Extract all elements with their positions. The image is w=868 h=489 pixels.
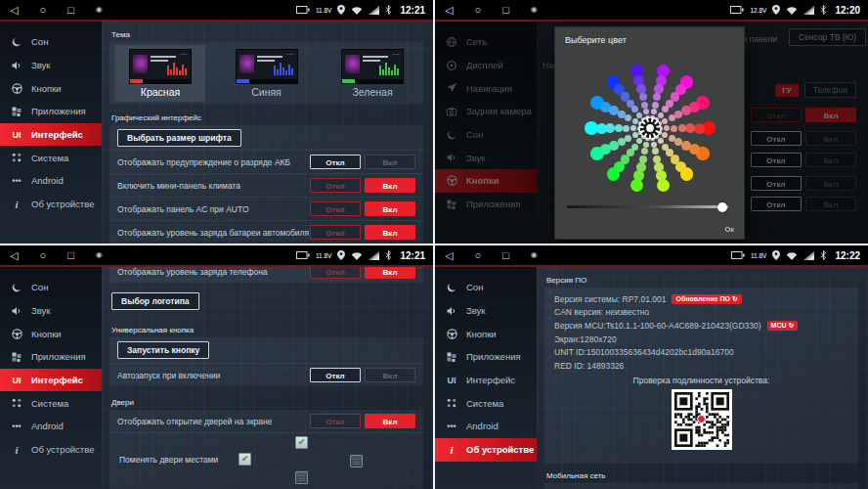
back-icon[interactable]: ◁	[445, 0, 453, 20]
sidebar-item-speaker[interactable]: Звук	[435, 146, 537, 169]
color-swatch-dot[interactable]	[653, 93, 661, 101]
door-checkbox-top[interactable]	[295, 436, 308, 449]
home-icon[interactable]: ○	[39, 245, 46, 265]
color-swatch-dot[interactable]	[657, 179, 671, 193]
theme-tile[interactable]: •••Красная	[115, 45, 205, 102]
sidebar-item-camera[interactable]: Задняя камера	[435, 100, 537, 123]
theme-tile[interactable]: •••Зеленая	[327, 45, 417, 102]
color-swatch-dot[interactable]	[605, 123, 615, 133]
theme-tile[interactable]: •••Синяя	[222, 45, 312, 102]
brightness-slider[interactable]	[567, 205, 728, 208]
dialog-ok-button[interactable]: Ок	[724, 225, 734, 234]
toggle-off-button[interactable]: Откл	[751, 153, 802, 167]
color-swatch-dot[interactable]	[662, 132, 668, 138]
recents-icon[interactable]: □	[502, 245, 509, 265]
color-swatch-dot[interactable]	[631, 144, 638, 151]
color-selector-ring[interactable]	[637, 115, 663, 141]
sidebar-item-steering-wheel[interactable]: Кнопки	[0, 76, 102, 100]
home-icon[interactable]: ○	[474, 0, 481, 20]
color-swatch-dot[interactable]	[651, 109, 657, 114]
toggle-on-button[interactable]: Вкл	[805, 153, 856, 167]
color-swatch-dot[interactable]	[681, 141, 691, 151]
sidebar-item-info[interactable]: iОб устройстве	[0, 193, 102, 216]
color-swatch-dot[interactable]	[656, 170, 667, 181]
toggle-on-button[interactable]: Вкл	[805, 176, 856, 191]
sidebar-item-apps[interactable]: Приложения	[0, 100, 102, 123]
color-swatch-dot[interactable]	[641, 102, 648, 109]
update-badge[interactable]: MCU↻	[767, 321, 799, 331]
sidebar-item-speaker[interactable]: Звук	[0, 299, 102, 323]
color-swatch-dot[interactable]	[662, 144, 669, 151]
toggle-on-button[interactable]: Вкл	[365, 267, 415, 279]
toggle-on-button[interactable]: Вкл	[365, 225, 415, 240]
color-swatch-dot[interactable]	[630, 125, 636, 131]
color-swatch-dot[interactable]	[694, 123, 705, 134]
toggle-on-button[interactable]: Вкл	[365, 414, 415, 428]
toggle-off-button[interactable]: Откл	[310, 267, 361, 279]
sidebar-item-android[interactable]: •••Android	[435, 415, 537, 438]
toggle-off-button[interactable]: Откл	[310, 155, 361, 169]
sidebar-item-moon[interactable]: Сон	[435, 276, 537, 299]
toggle-on-button[interactable]: Вкл	[365, 201, 415, 216]
font-size-button[interactable]: Выбрать размер шрифта	[117, 129, 241, 147]
sidebar-item-steering-wheel[interactable]: Кнопки	[0, 322, 102, 345]
color-swatch-dot[interactable]	[615, 124, 623, 132]
home-icon[interactable]: ○	[39, 0, 46, 20]
color-swatch-dot[interactable]	[639, 156, 647, 163]
color-swatch-dot[interactable]	[669, 114, 675, 121]
color-swatch-dot[interactable]	[636, 162, 646, 172]
sidebar-item-ui[interactable]: UIИнтерфейс	[435, 369, 537, 392]
back-icon[interactable]: ◁	[10, 0, 18, 20]
back-icon[interactable]: ◁	[445, 245, 453, 265]
color-swatch-dot[interactable]	[625, 114, 631, 121]
color-swatch-dot[interactable]	[664, 125, 670, 131]
sidebar-item-ui[interactable]: UIИнтерфейс	[0, 123, 102, 147]
sidebar-item-info[interactable]: iОб устройстве	[0, 438, 102, 462]
color-swatch-dot[interactable]	[625, 135, 631, 142]
sidebar-item-system[interactable]: Система	[435, 391, 537, 415]
sidebar-item-apps[interactable]: Приложения	[0, 345, 102, 369]
sidebar-item-android[interactable]: •••Android	[0, 415, 102, 438]
sidebar-item-android[interactable]: •••Android	[0, 169, 102, 193]
back-icon[interactable]: ◁	[10, 245, 18, 265]
color-swatch-dot[interactable]	[641, 148, 648, 155]
sidebar-item-moon[interactable]: Сон	[0, 276, 102, 299]
home-icon[interactable]: ○	[474, 245, 481, 265]
toggle-off-button[interactable]: Откл	[310, 201, 361, 216]
door-checkbox-right[interactable]	[350, 455, 363, 467]
slider-thumb[interactable]	[717, 202, 727, 212]
sidebar-item-system[interactable]: Система	[0, 391, 102, 415]
toggle-off-button[interactable]: Откл	[751, 108, 802, 122]
color-swatch-dot[interactable]	[678, 124, 686, 132]
recents-icon[interactable]: □	[502, 0, 509, 20]
sidebar-item-steering-wheel[interactable]: Кнопки	[435, 322, 537, 345]
color-swatch-dot[interactable]	[639, 93, 647, 101]
color-swatch-dot[interactable]	[651, 142, 657, 148]
toggle-on-button[interactable]: Вкл	[365, 155, 415, 169]
screen-record-icon[interactable]: ◉	[96, 245, 103, 265]
color-swatch-dot[interactable]	[681, 106, 691, 115]
color-swatch-dot[interactable]	[653, 156, 661, 163]
sidebar-item-ui[interactable]: UIИнтерфейс	[0, 369, 102, 392]
sidebar-item-display[interactable]: Дисплей	[435, 54, 537, 77]
recents-icon[interactable]: □	[67, 0, 74, 20]
toggle-on-button[interactable]: Вкл	[805, 197, 856, 211]
door-checkbox-bottom[interactable]	[295, 471, 308, 484]
head-unit-button[interactable]: ГУ	[775, 84, 799, 97]
color-swatch-dot[interactable]	[671, 155, 680, 164]
color-swatch-dot[interactable]	[662, 118, 668, 124]
run-button[interactable]: Запустить кнопку	[117, 341, 209, 359]
toggle-on-button[interactable]: Вкл	[365, 178, 415, 193]
toggle-off-button[interactable]: Откл	[310, 368, 361, 382]
color-swatch-dot[interactable]	[662, 106, 669, 112]
color-swatch-dot[interactable]	[652, 102, 659, 109]
phone-button[interactable]: Телефон	[804, 82, 856, 98]
toggle-on-button[interactable]: Вкл	[805, 108, 856, 122]
color-swatch-dot[interactable]	[685, 123, 695, 133]
toggle-on-button[interactable]: Вкл	[805, 131, 856, 146]
tab-tv-sensor[interactable]: Сенсор ТВ (Ю)	[789, 28, 866, 46]
toggle-off-button[interactable]: Откл	[310, 414, 361, 428]
toggle-off-button[interactable]: Откл	[310, 178, 361, 193]
screen-record-icon[interactable]: ◉	[531, 245, 538, 265]
door-checkbox-left[interactable]	[239, 453, 251, 466]
